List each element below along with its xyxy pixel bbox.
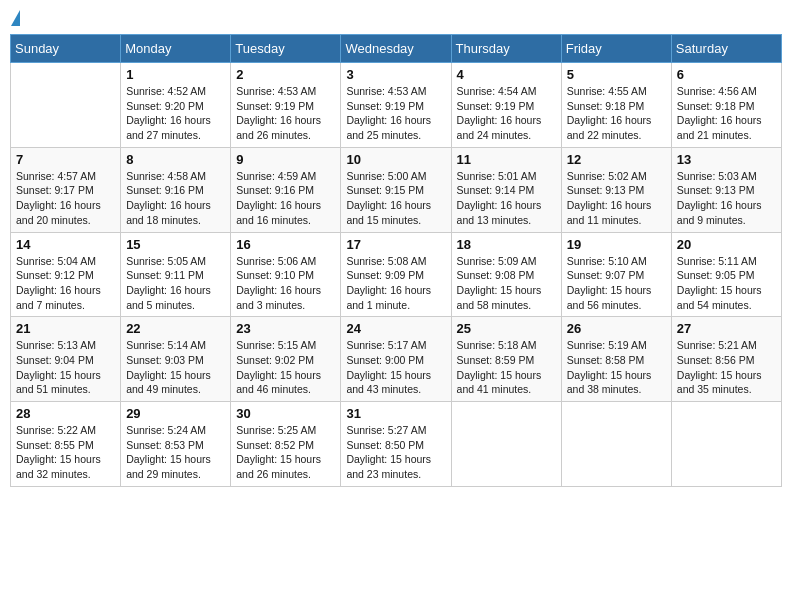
day-info: Sunrise: 5:18 AM Sunset: 8:59 PM Dayligh… — [457, 338, 556, 397]
day-info: Sunrise: 5:15 AM Sunset: 9:02 PM Dayligh… — [236, 338, 335, 397]
calendar-cell: 16Sunrise: 5:06 AM Sunset: 9:10 PM Dayli… — [231, 232, 341, 317]
calendar-cell: 11Sunrise: 5:01 AM Sunset: 9:14 PM Dayli… — [451, 147, 561, 232]
logo-triangle-icon — [11, 10, 20, 26]
day-number: 8 — [126, 152, 225, 167]
day-number: 26 — [567, 321, 666, 336]
calendar-cell: 1Sunrise: 4:52 AM Sunset: 9:20 PM Daylig… — [121, 63, 231, 148]
calendar-cell: 27Sunrise: 5:21 AM Sunset: 8:56 PM Dayli… — [671, 317, 781, 402]
calendar-week-row: 1Sunrise: 4:52 AM Sunset: 9:20 PM Daylig… — [11, 63, 782, 148]
calendar-day-header: Sunday — [11, 35, 121, 63]
day-number: 22 — [126, 321, 225, 336]
header — [10, 10, 782, 26]
day-number: 5 — [567, 67, 666, 82]
calendar-cell: 30Sunrise: 5:25 AM Sunset: 8:52 PM Dayli… — [231, 402, 341, 487]
day-info: Sunrise: 5:09 AM Sunset: 9:08 PM Dayligh… — [457, 254, 556, 313]
calendar-cell: 4Sunrise: 4:54 AM Sunset: 9:19 PM Daylig… — [451, 63, 561, 148]
day-number: 12 — [567, 152, 666, 167]
day-info: Sunrise: 5:14 AM Sunset: 9:03 PM Dayligh… — [126, 338, 225, 397]
calendar-cell: 26Sunrise: 5:19 AM Sunset: 8:58 PM Dayli… — [561, 317, 671, 402]
day-number: 23 — [236, 321, 335, 336]
day-number: 1 — [126, 67, 225, 82]
day-number: 16 — [236, 237, 335, 252]
day-info: Sunrise: 5:02 AM Sunset: 9:13 PM Dayligh… — [567, 169, 666, 228]
day-info: Sunrise: 5:03 AM Sunset: 9:13 PM Dayligh… — [677, 169, 776, 228]
day-number: 6 — [677, 67, 776, 82]
day-info: Sunrise: 4:57 AM Sunset: 9:17 PM Dayligh… — [16, 169, 115, 228]
day-number: 4 — [457, 67, 556, 82]
day-number: 19 — [567, 237, 666, 252]
calendar-cell: 12Sunrise: 5:02 AM Sunset: 9:13 PM Dayli… — [561, 147, 671, 232]
day-info: Sunrise: 5:10 AM Sunset: 9:07 PM Dayligh… — [567, 254, 666, 313]
day-info: Sunrise: 5:21 AM Sunset: 8:56 PM Dayligh… — [677, 338, 776, 397]
day-number: 21 — [16, 321, 115, 336]
calendar-cell: 15Sunrise: 5:05 AM Sunset: 9:11 PM Dayli… — [121, 232, 231, 317]
day-info: Sunrise: 5:25 AM Sunset: 8:52 PM Dayligh… — [236, 423, 335, 482]
calendar-cell: 31Sunrise: 5:27 AM Sunset: 8:50 PM Dayli… — [341, 402, 451, 487]
calendar-cell: 17Sunrise: 5:08 AM Sunset: 9:09 PM Dayli… — [341, 232, 451, 317]
calendar-cell: 25Sunrise: 5:18 AM Sunset: 8:59 PM Dayli… — [451, 317, 561, 402]
calendar-cell: 20Sunrise: 5:11 AM Sunset: 9:05 PM Dayli… — [671, 232, 781, 317]
calendar-cell — [11, 63, 121, 148]
day-info: Sunrise: 4:59 AM Sunset: 9:16 PM Dayligh… — [236, 169, 335, 228]
day-info: Sunrise: 4:54 AM Sunset: 9:19 PM Dayligh… — [457, 84, 556, 143]
calendar-week-row: 21Sunrise: 5:13 AM Sunset: 9:04 PM Dayli… — [11, 317, 782, 402]
calendar-cell: 8Sunrise: 4:58 AM Sunset: 9:16 PM Daylig… — [121, 147, 231, 232]
day-info: Sunrise: 5:06 AM Sunset: 9:10 PM Dayligh… — [236, 254, 335, 313]
calendar-cell: 7Sunrise: 4:57 AM Sunset: 9:17 PM Daylig… — [11, 147, 121, 232]
day-number: 18 — [457, 237, 556, 252]
day-number: 13 — [677, 152, 776, 167]
calendar-week-row: 28Sunrise: 5:22 AM Sunset: 8:55 PM Dayli… — [11, 402, 782, 487]
calendar-cell: 14Sunrise: 5:04 AM Sunset: 9:12 PM Dayli… — [11, 232, 121, 317]
day-info: Sunrise: 4:55 AM Sunset: 9:18 PM Dayligh… — [567, 84, 666, 143]
day-number: 28 — [16, 406, 115, 421]
day-info: Sunrise: 5:08 AM Sunset: 9:09 PM Dayligh… — [346, 254, 445, 313]
day-info: Sunrise: 5:19 AM Sunset: 8:58 PM Dayligh… — [567, 338, 666, 397]
calendar-cell: 10Sunrise: 5:00 AM Sunset: 9:15 PM Dayli… — [341, 147, 451, 232]
day-number: 24 — [346, 321, 445, 336]
day-number: 20 — [677, 237, 776, 252]
calendar-cell: 24Sunrise: 5:17 AM Sunset: 9:00 PM Dayli… — [341, 317, 451, 402]
calendar-cell: 5Sunrise: 4:55 AM Sunset: 9:18 PM Daylig… — [561, 63, 671, 148]
calendar-day-header: Tuesday — [231, 35, 341, 63]
calendar-cell: 3Sunrise: 4:53 AM Sunset: 9:19 PM Daylig… — [341, 63, 451, 148]
calendar-cell — [561, 402, 671, 487]
calendar-week-row: 7Sunrise: 4:57 AM Sunset: 9:17 PM Daylig… — [11, 147, 782, 232]
calendar-day-header: Friday — [561, 35, 671, 63]
calendar-cell: 6Sunrise: 4:56 AM Sunset: 9:18 PM Daylig… — [671, 63, 781, 148]
calendar-day-header: Wednesday — [341, 35, 451, 63]
calendar-day-header: Monday — [121, 35, 231, 63]
day-number: 31 — [346, 406, 445, 421]
day-number: 17 — [346, 237, 445, 252]
day-info: Sunrise: 4:53 AM Sunset: 9:19 PM Dayligh… — [346, 84, 445, 143]
calendar-cell: 22Sunrise: 5:14 AM Sunset: 9:03 PM Dayli… — [121, 317, 231, 402]
calendar-cell: 21Sunrise: 5:13 AM Sunset: 9:04 PM Dayli… — [11, 317, 121, 402]
calendar-table: SundayMondayTuesdayWednesdayThursdayFrid… — [10, 34, 782, 487]
logo — [10, 10, 20, 26]
day-number: 29 — [126, 406, 225, 421]
day-info: Sunrise: 5:01 AM Sunset: 9:14 PM Dayligh… — [457, 169, 556, 228]
day-number: 9 — [236, 152, 335, 167]
day-info: Sunrise: 5:24 AM Sunset: 8:53 PM Dayligh… — [126, 423, 225, 482]
calendar-cell — [451, 402, 561, 487]
calendar-cell: 18Sunrise: 5:09 AM Sunset: 9:08 PM Dayli… — [451, 232, 561, 317]
day-info: Sunrise: 4:58 AM Sunset: 9:16 PM Dayligh… — [126, 169, 225, 228]
calendar-day-header: Saturday — [671, 35, 781, 63]
calendar-cell: 28Sunrise: 5:22 AM Sunset: 8:55 PM Dayli… — [11, 402, 121, 487]
day-info: Sunrise: 5:13 AM Sunset: 9:04 PM Dayligh… — [16, 338, 115, 397]
day-number: 27 — [677, 321, 776, 336]
day-number: 10 — [346, 152, 445, 167]
day-info: Sunrise: 5:04 AM Sunset: 9:12 PM Dayligh… — [16, 254, 115, 313]
day-info: Sunrise: 5:22 AM Sunset: 8:55 PM Dayligh… — [16, 423, 115, 482]
day-info: Sunrise: 5:27 AM Sunset: 8:50 PM Dayligh… — [346, 423, 445, 482]
day-number: 14 — [16, 237, 115, 252]
day-number: 7 — [16, 152, 115, 167]
calendar-cell: 9Sunrise: 4:59 AM Sunset: 9:16 PM Daylig… — [231, 147, 341, 232]
day-info: Sunrise: 5:17 AM Sunset: 9:00 PM Dayligh… — [346, 338, 445, 397]
day-number: 25 — [457, 321, 556, 336]
day-number: 2 — [236, 67, 335, 82]
calendar-cell: 23Sunrise: 5:15 AM Sunset: 9:02 PM Dayli… — [231, 317, 341, 402]
calendar-cell — [671, 402, 781, 487]
day-info: Sunrise: 4:56 AM Sunset: 9:18 PM Dayligh… — [677, 84, 776, 143]
calendar-cell: 19Sunrise: 5:10 AM Sunset: 9:07 PM Dayli… — [561, 232, 671, 317]
day-info: Sunrise: 4:53 AM Sunset: 9:19 PM Dayligh… — [236, 84, 335, 143]
